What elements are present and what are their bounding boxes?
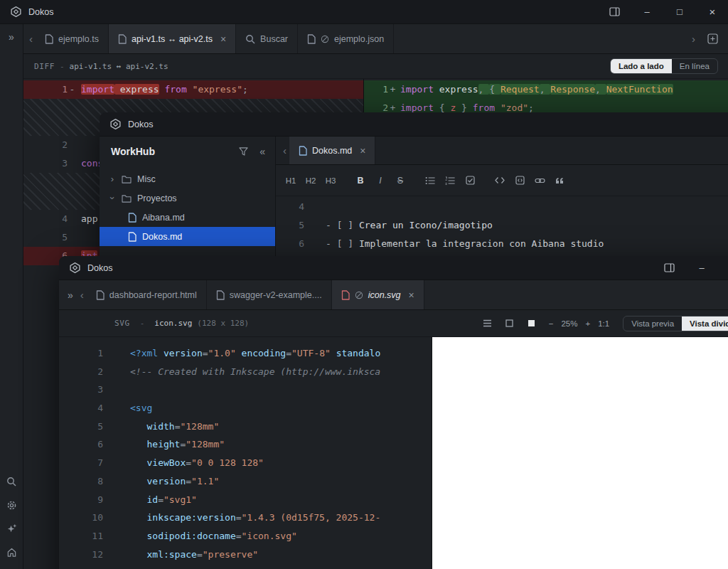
expand-sidebar-icon[interactable]: » [59,280,77,309]
code-view-icon[interactable] [480,316,496,331]
search-icon [245,34,255,44]
line-content: inkscape:version="1.4.3 (0d15f75, 2025-1… [103,509,432,527]
preview-button[interactable]: Vista previa [623,317,682,331]
zoom-out-button[interactable]: − [549,319,554,328]
close-button[interactable]: × [707,6,718,18]
window-controls: –□× [609,6,718,18]
svg-code-editor[interactable]: 1<?xml version="1.0" encoding="UTF-8" st… [59,337,432,569]
line-number: 5 [59,418,103,436]
tab-ejemplo-json[interactable]: ejemplo.json [298,24,394,53]
filled-view-icon[interactable] [524,316,540,331]
close-tab-icon[interactable]: × [220,33,226,45]
line-number: 1 [23,80,68,99]
tab-label: Buscar [260,34,288,44]
line-number: 2 [23,136,68,154]
preview-view-toggle: Vista previa Vista dividida [623,316,728,331]
tab-dokos-md[interactable]: Dokos.md × [289,137,375,164]
tree-item-label: Proyectos [137,193,177,203]
line-number: 4 [276,198,304,216]
titlebar[interactable]: Dokos –□× [59,256,728,280]
new-file-icon[interactable] [704,31,721,48]
inline-button[interactable]: En línea [672,59,717,73]
code-block-button[interactable] [510,171,529,190]
close-tab-icon[interactable]: × [409,289,414,301]
back-icon[interactable]: ‹ [23,24,36,53]
heading-1-button[interactable]: H1 [282,171,300,190]
back-icon[interactable]: ‹ [77,280,87,309]
heading-3-button[interactable]: H3 [321,171,340,190]
tree-item-proyectos[interactable]: ›Proyectos [100,188,275,208]
tab-ejemplo-ts[interactable]: ejemplo.ts [36,24,109,53]
link-button[interactable] [530,171,549,190]
collapse-sidebar-icon[interactable]: « [259,147,265,156]
line-content: <?xml version="1.0" encoding="UTF-8" sta… [103,344,432,363]
tab-api-v1-ts-api-v2-ts[interactable]: api-v1.ts ↔ api-v2.ts× [109,24,236,53]
home-icon[interactable] [6,546,17,558]
tab-label: swagger-v2-example.... [230,290,322,300]
forward-icon[interactable]: › [689,33,698,45]
line-number: 12 [59,546,103,564]
bullet-list-button[interactable] [421,171,439,190]
titlebar[interactable]: Dokos –□× [0,0,728,24]
strikethrough-button[interactable]: S [391,171,410,190]
close-tab-icon[interactable]: × [360,145,365,156]
tab-swagger-v2-example[interactable]: swagger-v2-example.... [207,280,332,309]
tab-buscar[interactable]: Buscar [236,24,298,53]
minimize-button[interactable]: – [641,6,653,18]
inline-code-button[interactable] [491,171,509,190]
line-content: - [ ] Implementar la integracion con Aib… [304,235,728,253]
chevron-right-icon[interactable]: › [109,174,116,184]
ordered-list-button[interactable] [441,171,459,190]
tab-label: dashboard-report.html [109,290,197,300]
tree-item-aibana-md[interactable]: Aibana.md [100,208,275,227]
line-number: 1 [59,344,103,363]
expand-sidebar-icon[interactable]: » [9,32,14,42]
back-icon[interactable]: ‹ [276,137,289,164]
tab-label: ejemplo.json [334,34,384,44]
quote-button[interactable] [550,171,569,190]
diff-header: DIFF - api-v1.ts ↔ api-v2.ts Lado a lado… [23,54,728,79]
filter-icon[interactable] [237,146,249,157]
line-number: 5 [23,228,68,247]
layout-toggle-icon[interactable] [609,6,620,18]
zoom-in-button[interactable]: + [585,319,590,328]
outline-view-icon[interactable] [502,316,518,331]
line-content: sodipodi:docname="icon.svg" [103,527,432,546]
line-content: width="128mm" [103,418,432,436]
maximize-button[interactable]: □ [674,6,685,18]
split-view-button[interactable]: Vista dividida [682,317,728,331]
tab-dashboard-report-html[interactable]: dashboard-report.html [87,280,207,309]
bold-button[interactable]: B [351,171,370,190]
tab-label: Dokos.md [312,146,352,156]
code-line: 5 width="128mm" [59,418,432,436]
tab-label: icon.svg [368,290,401,300]
side-by-side-button[interactable]: Lado a lado [611,59,672,73]
titlebar[interactable]: Dokos [100,112,728,137]
italic-button[interactable]: I [371,171,390,190]
settings-gear-icon[interactable] [6,499,17,511]
code-line: 6 height="128mm" [59,435,432,454]
chevron-down-icon[interactable]: › [107,195,118,202]
formatting-toolbar: H1H2H3BIS [276,165,728,196]
line-number: 10 [59,509,103,527]
search-icon[interactable] [6,476,17,487]
code-line: 4<svg [59,399,432,418]
tree-item-misc[interactable]: ›Misc [100,169,275,188]
layout-toggle-icon[interactable] [663,262,675,274]
status-separator: - [140,319,145,328]
code-line: 11 sodipodi:docname="icon.svg" [59,527,432,546]
line-number: 1 [364,80,388,99]
zoom-reset-button[interactable]: 1:1 [598,319,609,328]
heading-2-button[interactable]: H2 [301,171,320,190]
zoom-level: 25% [561,319,577,328]
line-content: import express from "express"; [77,80,363,99]
svg-preview-pane[interactable] [432,337,728,569]
tree-item-dokos-md[interactable]: Dokos.md [100,227,275,246]
task-list-button[interactable] [461,171,479,190]
tab-icon-svg[interactable]: icon.svg× [332,280,424,309]
sidebar-title: WorkHub [111,146,155,157]
file-icon [96,290,105,300]
ai-assistant-icon[interactable] [6,523,17,534]
minimize-button[interactable]: – [696,262,707,274]
line-content: import express, { Request, Response, Nex… [397,80,728,99]
